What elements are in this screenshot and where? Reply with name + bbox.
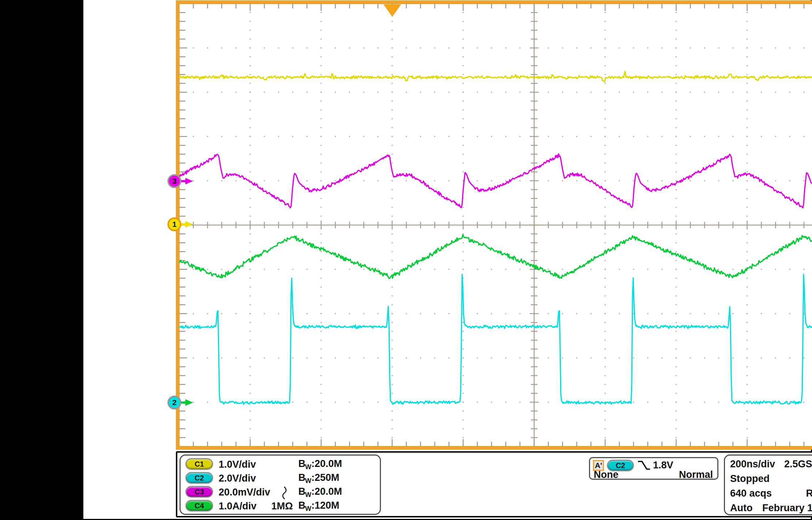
- status-row: Auto February 17, 2016 10:17:01: [725, 502, 812, 516]
- trigger-position-marker[interactable]: [384, 4, 401, 17]
- acquisition-count: 640 acqs: [730, 488, 772, 499]
- channel2-button[interactable]: C2: [186, 472, 213, 483]
- channel4-bandwidth: BW:120M: [298, 500, 339, 513]
- channel1-row[interactable]: C1 1.0V/div BW:20.0M: [181, 458, 380, 472]
- acquisition-state: Stopped: [730, 473, 770, 485]
- trigger-mode: Normal: [679, 469, 713, 480]
- waveform-svg: [179, 4, 812, 446]
- timebase-row: 200ns/div 2.5GS/s 400ps/pt: [725, 459, 812, 472]
- trigger-level-value: 1.8V: [653, 460, 673, 471]
- channel1-button-label: C1: [194, 460, 204, 468]
- channel2-button-label: C2: [194, 474, 204, 482]
- trigger-holdoff: None: [594, 469, 619, 480]
- channel-settings-panel: C1 1.0V/div BW:20.0M C2 2.0V/div BW:250M…: [180, 454, 381, 515]
- acq-state-row: Stopped: [725, 473, 812, 487]
- channel3-button-label: C3: [194, 488, 204, 496]
- trigger-panel[interactable]: A' C2 1.8V None Normal: [589, 457, 718, 480]
- waveform-plot-area: [179, 4, 812, 446]
- falling-edge-icon: [637, 460, 651, 471]
- horizontal-acquisition-panel[interactable]: 200ns/div 2.5GS/s 400ps/pt Stopped 640 a…: [724, 454, 812, 515]
- channel1-reference-marker[interactable]: 1: [167, 217, 181, 231]
- scope-display: 3 1 2 C1 1.0V/div BW:20.0M: [83, 0, 811, 519]
- channel1-reference-arrow-icon: [181, 220, 194, 228]
- channel2-row[interactable]: C2 2.0V/div BW:250M: [181, 472, 380, 486]
- channel3-reference-arrow-icon: [181, 177, 194, 185]
- channel4-button[interactable]: C4: [186, 500, 213, 511]
- channel3-row[interactable]: C3 20.0mV/div BW:20.0M: [181, 486, 380, 500]
- channel4-reference-arrow-icon: [181, 399, 194, 407]
- record-length: RL:5.0k: [806, 488, 812, 499]
- channel1-reference-label: 1: [172, 220, 177, 228]
- channel3-scale: 20.0mV/div: [219, 487, 270, 498]
- oscilloscope-screenshot: 3 1 2 C1 1.0V/div BW:20.0M: [0, 0, 812, 520]
- channel4-impedance: 1MΩ: [271, 501, 293, 512]
- sample-rate: 2.5GS/s: [784, 459, 812, 470]
- channel3-button[interactable]: C3: [186, 486, 213, 497]
- channel4-row[interactable]: C4 1.0A/div 1MΩ BW:120M: [181, 500, 380, 513]
- channel2-scale: 2.0V/div: [219, 473, 256, 484]
- channel4-button-label: C4: [194, 502, 204, 510]
- channel1-button[interactable]: C1: [186, 459, 213, 470]
- time-per-div: 200ns/div: [730, 459, 775, 470]
- channel2-reference-label: 2: [172, 398, 177, 407]
- channel2-bandwidth: BW:250M: [298, 472, 339, 485]
- acq-count-row: 640 acqs RL:5.0k: [725, 488, 812, 502]
- trigger-mode-auto: Auto: [730, 502, 752, 514]
- readout-bar: C1 1.0V/div BW:20.0M C2 2.0V/div BW:250M…: [176, 451, 812, 517]
- trigger-source-label: C2: [616, 461, 625, 470]
- channel1-scale: 1.0V/div: [219, 459, 256, 470]
- channel2-reference-marker[interactable]: 2: [167, 396, 181, 409]
- channel3-bandwidth: BW:20.0M: [298, 486, 342, 499]
- channel3-reference-label: 3: [172, 177, 177, 185]
- ac-coupling-icon: [282, 486, 287, 500]
- channel3-reference-marker[interactable]: 3: [167, 174, 181, 188]
- date-readout: February 17, 2016: [762, 502, 812, 514]
- channel1-bandwidth: BW:20.0M: [298, 458, 342, 471]
- trigger-aux-label: A': [595, 461, 602, 470]
- channel4-scale: 1.0A/div: [219, 501, 257, 512]
